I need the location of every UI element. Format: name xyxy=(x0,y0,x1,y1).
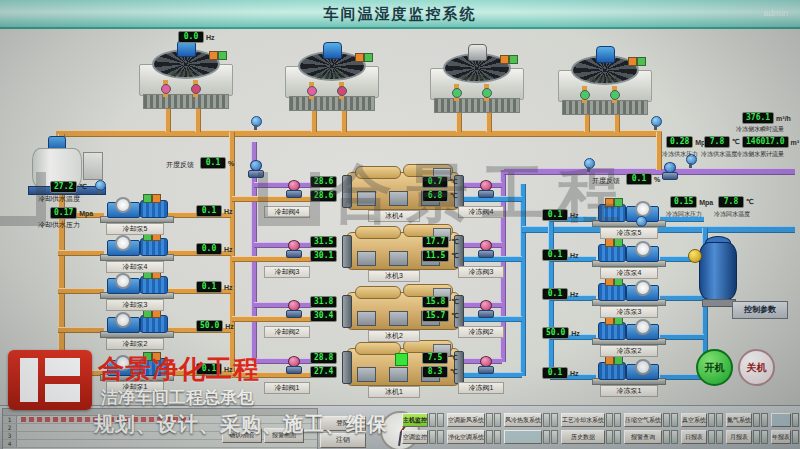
led-icon xyxy=(429,413,436,427)
cooling-pump-3[interactable] xyxy=(104,272,170,299)
chw-temp-bottom: 15.7℃ xyxy=(422,310,459,322)
cooling-pump-5[interactable] xyxy=(104,196,170,223)
panel-icon xyxy=(389,251,408,266)
chilled-pump-4[interactable] xyxy=(596,240,662,267)
tower-grille xyxy=(434,98,520,113)
value-display: 28.8 xyxy=(310,352,337,364)
company-tagline: 洁净车间工程总承包 xyxy=(101,386,254,409)
status-icon xyxy=(614,356,623,365)
nav-hvac-monitor[interactable]: 空调监控 xyxy=(402,430,428,444)
nav-clean-hvac[interactable]: 净化空调系统 xyxy=(447,430,485,444)
end-cap xyxy=(342,295,352,328)
chilled-valve-icon[interactable] xyxy=(478,240,492,257)
cooling-tower-2[interactable]: 冷却塔2 xyxy=(283,42,379,112)
status-icon xyxy=(605,356,614,365)
nav-compressed-air[interactable]: 压缩空气系统 xyxy=(624,413,662,427)
chiller-label: 冰机3 xyxy=(368,270,420,282)
value-display: 6.8 xyxy=(422,190,448,202)
logo-shape xyxy=(20,358,38,402)
nav-history-data[interactable]: 历史数据 xyxy=(561,430,605,444)
unit-label: % xyxy=(654,176,660,183)
cooling-valve-icon[interactable] xyxy=(286,300,300,317)
nav-cell: 报警查询 xyxy=(624,430,678,444)
led-icon xyxy=(543,413,550,427)
led-icon xyxy=(753,413,760,427)
nav-cell: 主机监控 xyxy=(402,413,444,427)
motorized-valve-icon[interactable] xyxy=(662,162,676,179)
gauge-icon xyxy=(635,359,651,375)
led-icon xyxy=(671,413,678,427)
led-icon xyxy=(761,413,768,427)
gauge-icon xyxy=(635,201,651,217)
panel-icon xyxy=(357,367,376,382)
led-icon xyxy=(708,430,715,444)
pump-frequency: 50.0Hz xyxy=(196,320,234,332)
valve-icon xyxy=(161,84,171,94)
valve-icon xyxy=(337,86,347,96)
nav-daily-report[interactable]: 日报表 xyxy=(681,430,707,444)
nav-nitrogen[interactable]: 氮气系统 xyxy=(726,413,752,427)
unit-label: Hz xyxy=(225,323,234,330)
cooling-tower-4[interactable]: 冷却塔4 xyxy=(556,46,652,116)
panel-icon xyxy=(357,251,376,266)
motorized-valve-icon[interactable] xyxy=(248,160,262,177)
chw-temp-bottom: 6.8℃ xyxy=(422,190,458,202)
unit-label: ℃ xyxy=(450,354,458,362)
pump-label: 冷冻泵4 xyxy=(600,267,658,279)
tower-label: 冷却塔3 xyxy=(428,73,524,83)
chilled-pump-2[interactable] xyxy=(596,318,662,345)
pipe xyxy=(254,302,312,308)
cooling-tower-1[interactable]: 冷却塔1 xyxy=(137,40,233,110)
control-panel-icon xyxy=(83,152,103,180)
cooling-tower-3[interactable]: 冷却塔3 xyxy=(428,44,524,114)
gauge-icon xyxy=(635,241,651,257)
pipe xyxy=(660,334,704,340)
cooling-valve-icon[interactable] xyxy=(286,180,300,197)
cooling-valve-icon[interactable] xyxy=(286,356,300,373)
cooling-pump-2[interactable] xyxy=(104,311,170,338)
nav-heat-pump[interactable]: 风冷热泵系统 xyxy=(504,413,542,427)
fan-motor-icon xyxy=(323,42,342,59)
frequency-display: 0.1 xyxy=(542,249,568,261)
nav-main-monitor[interactable]: 主机监控 xyxy=(402,413,428,427)
chilled-valve-icon[interactable] xyxy=(478,300,492,317)
chilled-valve-icon[interactable] xyxy=(478,180,492,197)
pump-label: 冷却泵4 xyxy=(106,261,164,273)
cooling-pump-4[interactable] xyxy=(104,234,170,261)
chilled-pump-3[interactable] xyxy=(596,279,662,306)
logged-in-user: admin xyxy=(763,8,788,18)
start-button[interactable]: 开机 xyxy=(696,349,733,386)
cooling-valve-icon[interactable] xyxy=(286,240,300,257)
chilled-pump-1[interactable] xyxy=(596,358,662,385)
led-icon xyxy=(761,430,768,444)
metric-label: 冷却供水压力 xyxy=(38,220,80,230)
stop-button[interactable]: 关机 xyxy=(738,349,775,386)
chilled-valve-icon[interactable] xyxy=(478,356,492,373)
valve-icon xyxy=(307,86,317,96)
nav-monthly-report[interactable]: 月报表 xyxy=(726,430,752,444)
value-display: 17.7 xyxy=(422,236,449,248)
panel-icon xyxy=(389,191,408,206)
nav-process-cooling[interactable]: 工艺冷却水系统 xyxy=(561,413,605,427)
frequency-display: 50.0 xyxy=(196,320,223,332)
gauge-icon xyxy=(115,312,131,328)
unit-label: ℃ xyxy=(79,183,87,191)
compressor-icon xyxy=(355,166,401,179)
led-icon xyxy=(716,430,723,444)
chiller-out-temp: 28.6 xyxy=(310,190,337,202)
nav-vacuum[interactable]: 真空系统 xyxy=(681,413,707,427)
nav-fresh-air[interactable]: 空调新风系统 xyxy=(447,413,485,427)
chilled-pump-5[interactable] xyxy=(596,200,662,227)
chiller-out-temp: 27.4 xyxy=(310,366,337,378)
tower-grille xyxy=(143,94,229,109)
status-icon xyxy=(509,55,518,64)
pump-frequency: 0.1Hz xyxy=(542,367,579,379)
nav-yearly-report[interactable]: 年报表 xyxy=(771,430,791,444)
unit-label: ℃ xyxy=(451,312,459,320)
control-params-button[interactable]: 控制参数 xyxy=(732,301,788,319)
nav-alarm-query[interactable]: 报警查询 xyxy=(624,430,662,444)
pump-frequency: 0.1Hz xyxy=(196,205,233,217)
unit-label: % xyxy=(228,160,234,167)
chw-temp-top: 0.7℃ xyxy=(422,176,458,188)
gauge-icon xyxy=(115,197,131,213)
